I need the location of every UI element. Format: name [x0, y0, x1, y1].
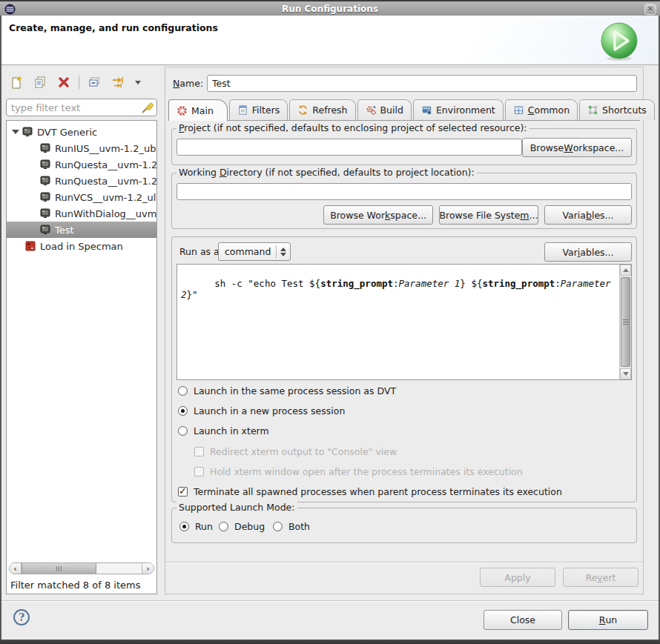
radio-icon-selected [179, 522, 189, 531]
tree-item[interactable]: RunIUS__uvm-1.2_ub [7, 140, 156, 156]
tab-label: Build [380, 104, 403, 116]
scroll-down-icon[interactable] [620, 368, 631, 379]
run-as-label: Run as a [179, 246, 220, 257]
radio-launch-new-session[interactable]: Launch in a new process session [178, 405, 345, 416]
configuration-detail-panel: Name: Main Filters Refresh [165, 67, 644, 594]
duplicate-configuration-icon[interactable] [31, 73, 49, 91]
shortcuts-tab-icon [587, 104, 598, 116]
tree-item[interactable]: RunVCS__uvm-1.2_ul [7, 189, 156, 205]
help-icon[interactable]: ? [13, 609, 30, 625]
window-frame-bottom [0, 640, 660, 644]
project-group-label: Project (if not specified, defaults to e… [176, 122, 529, 133]
toolbar-separator [79, 76, 79, 89]
tree-item-selected[interactable]: Test [7, 222, 156, 238]
working-directory-input[interactable] [176, 183, 632, 200]
workdir-browse-workspace-button[interactable]: Browse Workspace... [323, 205, 433, 225]
close-button[interactable]: Close [484, 610, 562, 630]
configurations-tree: DVT Generic RunIUS__uvm-1.2_ub RunQuesta… [6, 120, 157, 594]
radio-label: Both [288, 521, 310, 532]
tab-build[interactable]: Build [357, 99, 412, 120]
command-text: : [555, 278, 561, 289]
tree-item-label: DVT Generic [37, 127, 97, 138]
command-editor[interactable]: sh -c "echo Test ${string_prompt:Paramet… [176, 264, 632, 380]
radio-launch-xterm[interactable]: Launch in xterm [178, 425, 269, 436]
radio-mode-both[interactable]: Both [273, 521, 310, 532]
clear-filter-broom-icon[interactable] [141, 102, 154, 114]
expander-icon[interactable] [12, 128, 19, 136]
checkbox-label: Hold xterm window open after the process… [210, 466, 523, 477]
tab-environment[interactable]: Environment [413, 99, 504, 120]
tree-item-label: RunVCS__uvm-1.2_ul [55, 192, 156, 203]
tab-label: Shortcuts [602, 104, 647, 116]
project-browse-workspace-button[interactable]: Browse Workspace... [522, 138, 632, 157]
footer-separator [1, 600, 659, 601]
command-variable: string_prompt [482, 278, 555, 289]
scrollbar-thumb[interactable] [621, 277, 630, 367]
title-bar[interactable]: Run Configurations ✕ [0, 0, 660, 16]
tree-item-label: RunWithDialog__uvm [55, 208, 156, 219]
close-window-icon[interactable]: ✕ [644, 4, 656, 15]
command-text: sh -c "echo Test ${ [214, 278, 320, 289]
tree-item-label: RunQuesta__uvm-1.2 [55, 176, 156, 187]
launch-mode-group: Supported Launch Mode: Run Debug Both [171, 508, 637, 543]
collapse-all-icon[interactable] [85, 73, 103, 91]
config-type-icon [22, 127, 33, 137]
refresh-tab-icon [297, 104, 308, 116]
tab-filters[interactable]: Filters [229, 99, 288, 120]
radio-icon [219, 522, 228, 531]
radio-mode-run[interactable]: Run [179, 521, 213, 532]
checkbox-terminate-spawned[interactable]: Terminate all spawned processes when par… [178, 486, 562, 497]
checkbox-redirect-xterm: Redirect xterm output to "Console" view [194, 446, 397, 457]
tree-item-load-in-specman[interactable]: Load in Specman [7, 238, 156, 254]
scroll-up-icon[interactable] [620, 265, 631, 276]
tab-common[interactable]: Common [505, 99, 578, 120]
tab-shortcuts[interactable]: Shortcuts [579, 99, 655, 120]
tab-bar: Main Filters Refresh [168, 99, 640, 121]
revert-button[interactable]: Revert [563, 568, 638, 587]
filter-launch-configurations-icon[interactable] [109, 73, 127, 91]
radio-label: Run [195, 521, 213, 532]
project-input[interactable] [176, 139, 522, 156]
tab-label: Main [191, 105, 214, 116]
tree-horizontal-scrollbar[interactable]: ‹ › [9, 562, 154, 574]
filter-input[interactable] [11, 102, 141, 113]
tab-label: Common [528, 104, 570, 116]
command-variable: string_prompt [320, 278, 393, 289]
combo-spinner-icon[interactable] [277, 248, 290, 256]
specman-icon [25, 241, 36, 251]
tab-label: Environment [436, 104, 495, 116]
working-directory-group: Working Directory (if not specified, def… [171, 173, 637, 229]
tab-refresh[interactable]: Refresh [289, 99, 355, 120]
config-icon [40, 176, 50, 186]
radio-mode-debug[interactable]: Debug [219, 521, 265, 532]
checkbox-icon [194, 447, 204, 457]
tab-main[interactable]: Main [168, 99, 228, 121]
config-icon [40, 208, 50, 219]
workdir-variables-button[interactable]: Variables... [544, 205, 632, 225]
dialog-banner: Create, manage, and run configurations [1, 16, 659, 65]
scrollbar-thumb[interactable] [22, 563, 96, 574]
command-text: : [393, 278, 399, 289]
name-input[interactable] [207, 75, 637, 92]
editor-vertical-scrollbar[interactable] [619, 265, 631, 379]
scroll-right-icon[interactable]: › [142, 563, 154, 574]
new-configuration-icon[interactable] [7, 73, 25, 91]
command-variables-button[interactable]: Variables... [544, 242, 632, 262]
run-as-combo[interactable]: command [218, 242, 291, 261]
tree-item-dvt-generic[interactable]: DVT Generic [7, 124, 156, 140]
toolbar-menu-chevron-icon[interactable] [133, 73, 143, 91]
checkbox-label: Terminate all spawned processes when par… [194, 486, 562, 497]
scroll-left-icon[interactable]: ‹ [10, 563, 22, 574]
apply-button[interactable]: Apply [480, 568, 555, 587]
run-button[interactable]: Run [568, 610, 648, 630]
config-icon [40, 192, 50, 202]
delete-configuration-icon[interactable] [55, 73, 73, 91]
tree-item-label: RunIUS__uvm-1.2_ub [55, 143, 156, 154]
tree-item[interactable]: RunWithDialog__uvm [7, 205, 156, 222]
tree-item[interactable]: RunQuesta__uvm-1.2 [7, 156, 156, 173]
workdir-browse-filesystem-button[interactable]: Browse File System... [439, 205, 538, 225]
tree-item[interactable]: RunQuesta__uvm-1.2 [7, 173, 156, 189]
radio-launch-same-session[interactable]: Launch in the same process session as DV… [178, 385, 396, 396]
checkbox-hold-xterm: Hold xterm window open after the process… [194, 466, 523, 477]
working-directory-group-label: Working Directory (if not specified, def… [176, 167, 477, 178]
